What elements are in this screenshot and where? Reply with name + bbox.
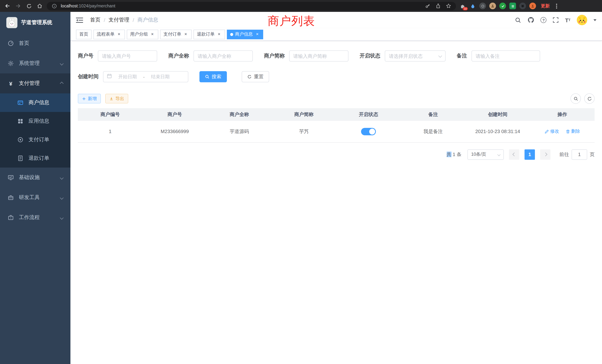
drop-extension-icon[interactable] [469,3,476,9]
sidebar-item-pay-order[interactable]: 支付订单 [0,130,70,149]
share-icon[interactable] [434,2,442,10]
col-create-time: 创建时间 [465,108,530,121]
tab-home[interactable]: 首页 [76,30,92,39]
short-name-input[interactable] [289,50,348,62]
url-text: localhost:1024/pay/merchant [61,4,115,8]
password-key-icon[interactable] [424,2,431,10]
chevron-up-icon [60,82,64,85]
tab-refund-order[interactable]: 退款订单× [194,30,225,39]
sidebar-item-merchant-info[interactable]: 商户信息 [0,93,70,112]
chevron-down-icon [60,196,64,199]
tab-flow-form[interactable]: 流程表单× [93,30,125,39]
sidebar-item-system[interactable]: 系统管理 [0,53,70,73]
dark-circle-extension-icon[interactable] [479,3,486,9]
sidebar-toggle-icon[interactable] [76,17,83,23]
gear-icon [7,60,14,66]
next-page-button[interactable] [540,149,550,160]
cell-merchant-id: 1 [78,121,142,142]
breadcrumb-section[interactable]: 支付管理 [109,17,129,23]
export-button[interactable]: 导出 [105,94,128,103]
reset-button[interactable]: 重置 [242,71,269,82]
sheet-extension-icon[interactable] [509,3,516,9]
col-full-name: 商户全称 [207,108,272,121]
status-select[interactable] [385,50,446,62]
bookmark-star-icon[interactable] [445,2,452,10]
page-1-button[interactable]: 1 [525,149,535,160]
table-toolbar: 新增 导出 [70,92,602,108]
extension-badge: 10 [463,7,468,10]
close-icon[interactable]: × [116,32,122,37]
font-size-icon[interactable]: TT [565,17,570,23]
document-icon [17,155,24,161]
date-end-input[interactable] [147,74,174,79]
remark-label: 备注 [457,53,467,59]
prev-page-button[interactable] [509,149,519,160]
breadcrumb-home[interactable]: 首页 [90,17,100,23]
create-time-label: 创建时间 [78,73,99,80]
pagination: 共 1 条 10条/页 1 前往 页 [70,142,602,166]
sidebar-item-payment[interactable]: ¥ 支付管理 [0,73,70,93]
refresh-button[interactable] [584,93,595,104]
goto-page-input[interactable] [572,149,587,160]
caret-down-icon[interactable] [593,19,596,21]
home-icon[interactable] [36,2,43,10]
status-toggle[interactable] [361,128,376,135]
logo-avatar [6,17,17,28]
close-icon[interactable]: × [216,32,222,37]
search-button[interactable]: 搜索 [199,71,227,82]
merchant-no-label: 商户号 [78,53,93,59]
help-icon[interactable]: ? [541,17,547,23]
sidebar-item-workflow[interactable]: 工作流程 [0,208,70,228]
octocat-extension-icon[interactable] [519,3,526,9]
toggle-search-button[interactable] [570,93,581,104]
update-button[interactable]: 更新 [541,3,550,9]
search-icon[interactable] [515,17,521,23]
check-extension-icon[interactable] [499,3,506,9]
tab-user-group[interactable]: 用户分组× [127,30,158,39]
add-button[interactable]: 新增 [78,94,101,103]
close-icon[interactable]: × [150,32,155,37]
forward-icon[interactable] [14,2,22,10]
address-bar[interactable]: localhost:1024/pay/merchant [47,2,456,10]
tab-merchant-info[interactable]: 商户信息× [227,30,263,39]
user-avatar[interactable] [577,15,587,25]
date-start-input[interactable] [114,74,141,79]
workflow-icon [7,215,14,221]
sidebar: 芋道管理系统 首页 系统管理 ¥ [0,12,70,364]
col-actions: 操作 [530,108,595,121]
page-info-icon[interactable] [50,2,58,10]
cell-full-name: 芋道源码 [207,121,272,142]
page-size-select[interactable]: 10条/页 [467,149,504,160]
back-icon[interactable] [4,2,11,10]
browser-toolbar: localhost:1024/pay/merchant 10 [0,0,602,12]
chevron-down-icon [60,62,64,65]
date-separator: - [143,74,145,79]
avatar-extension-icon[interactable] [529,3,536,9]
reload-icon[interactable] [25,2,33,10]
sidebar-item-refund-order[interactable]: 退款订单 [0,149,70,168]
remark-input[interactable] [472,50,540,62]
col-short-name: 商户简称 [272,108,336,121]
browser-menu-icon[interactable] [555,3,559,8]
sidebar-item-home[interactable]: 首页 [0,33,70,53]
delete-button[interactable]: 删除 [566,128,580,135]
sidebar-item-infrastructure[interactable]: 基础设施 [0,168,70,188]
sidebar-item-app-info[interactable]: 应用信息 [0,112,70,130]
close-icon[interactable]: × [183,32,188,37]
merchant-no-input[interactable] [98,50,157,62]
edit-button[interactable]: 修改 [545,128,559,135]
col-merchant-no: 商户号 [142,108,207,121]
dashboard-icon [7,40,14,46]
tab-pay-order[interactable]: 支付订单× [160,30,192,39]
fullscreen-icon[interactable] [553,17,559,23]
profile-extension-icon[interactable] [489,3,496,9]
github-icon[interactable] [528,17,534,23]
app-logo[interactable]: 芋道管理系统 [0,12,70,33]
date-range-picker[interactable]: - [103,71,188,82]
sidebar-item-dev-tools[interactable]: 研发工具 [0,188,70,208]
extensions-puzzle-icon[interactable]: 10 [459,3,466,9]
record-icon [17,137,24,143]
close-icon[interactable]: × [255,32,260,37]
full-name-input[interactable] [194,50,253,62]
total-count: 共 1 条 [447,151,462,158]
